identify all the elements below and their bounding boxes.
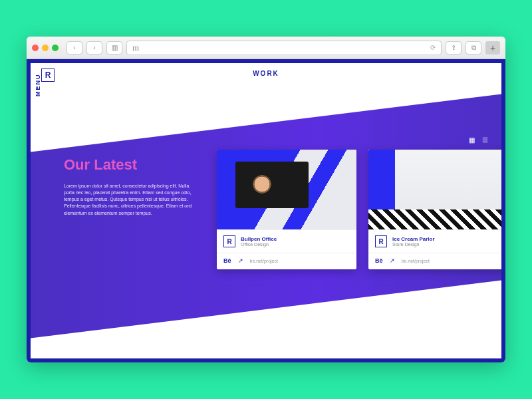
project-card[interactable]: R Bullpen Office Office Design Bē ↗ be.n… bbox=[217, 150, 356, 269]
menu-button[interactable]: MENU bbox=[35, 74, 41, 97]
behance-icon[interactable]: Bē bbox=[375, 257, 383, 264]
behance-icon[interactable]: Bē bbox=[223, 257, 231, 264]
project-meta: R Ice Cream Parlor Store Design bbox=[368, 229, 505, 253]
view-toggle: ▦ ☰ bbox=[467, 135, 489, 144]
site-logo[interactable]: R bbox=[41, 68, 55, 82]
project-meta: R Bullpen Office Office Design bbox=[217, 229, 356, 253]
browser-window: ‹ › ▥ m ⟳ ⇪ ⧉ + R MENU WORK ▦ ☰ Our Late… bbox=[27, 37, 505, 362]
new-tab-button[interactable]: + bbox=[485, 41, 500, 55]
brand-mark-icon: R bbox=[223, 235, 235, 247]
grid-view-icon[interactable]: ▦ bbox=[467, 135, 476, 144]
hero-body: Lorem ipsum dolor sit amet, consectetur … bbox=[64, 183, 197, 217]
address-hint: m bbox=[132, 43, 139, 53]
project-url: be.net/project bbox=[402, 259, 430, 263]
share-button[interactable]: ⇪ bbox=[446, 41, 462, 55]
list-view-icon[interactable]: ☰ bbox=[480, 135, 489, 144]
sidebar-button[interactable]: ▥ bbox=[106, 41, 122, 55]
reader-icon[interactable]: ⟳ bbox=[430, 44, 436, 51]
project-title: Bullpen Office bbox=[241, 236, 277, 242]
project-subtitle: Store Design bbox=[392, 242, 435, 247]
minimize-icon[interactable] bbox=[42, 45, 49, 51]
back-button[interactable]: ‹ bbox=[66, 41, 82, 55]
browser-titlebar: ‹ › ▥ m ⟳ ⇪ ⧉ + bbox=[27, 37, 505, 59]
page-viewport: R MENU WORK ▦ ☰ Our Latest Lorem ipsum d… bbox=[27, 59, 505, 362]
hero-content: Our Latest Lorem ipsum dolor sit amet, c… bbox=[64, 156, 197, 217]
project-cards: R Bullpen Office Office Design Bē ↗ be.n… bbox=[217, 150, 505, 269]
close-icon[interactable] bbox=[32, 45, 39, 51]
external-link-icon[interactable]: ↗ bbox=[390, 257, 395, 264]
forward-button[interactable]: › bbox=[86, 41, 102, 55]
brand-mark-icon: R bbox=[375, 235, 387, 247]
address-bar[interactable]: m ⟳ bbox=[126, 41, 442, 55]
nav-work[interactable]: WORK bbox=[253, 70, 279, 77]
project-external: Bē ↗ be.net/project bbox=[368, 253, 505, 269]
tabs-button[interactable]: ⧉ bbox=[466, 41, 481, 55]
project-external: Bē ↗ be.net/project bbox=[217, 253, 356, 269]
project-title: Ice Cream Parlor bbox=[392, 236, 435, 242]
project-thumbnail bbox=[217, 150, 356, 229]
hero-headline: Our Latest bbox=[64, 156, 197, 174]
project-card[interactable]: R Ice Cream Parlor Store Design Bē ↗ be.… bbox=[368, 150, 505, 269]
project-subtitle: Office Design bbox=[241, 242, 277, 247]
window-controls bbox=[32, 45, 59, 51]
external-link-icon[interactable]: ↗ bbox=[238, 257, 243, 264]
maximize-icon[interactable] bbox=[52, 45, 59, 51]
project-thumbnail bbox=[368, 150, 505, 229]
project-url: be.net/project bbox=[250, 259, 278, 263]
